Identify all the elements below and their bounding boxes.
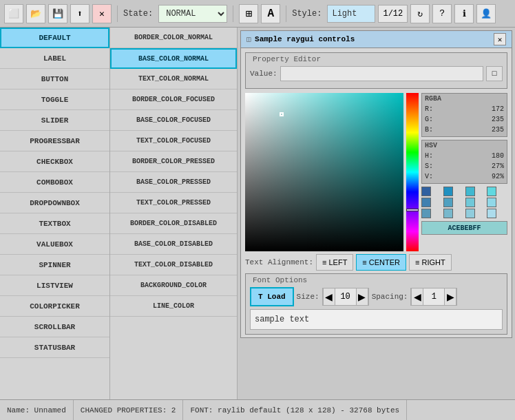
size-inc-btn[interactable]: ▶ <box>356 288 368 306</box>
s-value: 27% <box>492 161 504 171</box>
new-btn[interactable]: ⬜ <box>4 4 23 23</box>
h-value: 180 <box>492 151 504 161</box>
load-icon: T <box>258 293 267 301</box>
sidebar-item-combobox[interactable]: COMBOBOX <box>0 172 109 193</box>
close-button[interactable]: ✕ <box>494 33 506 45</box>
sidebar-item-listview[interactable]: LISTVIEW <box>0 275 109 296</box>
sidebar-item-button[interactable]: BUTTON <box>0 69 109 90</box>
b-row: B: 235 <box>425 125 504 135</box>
text-btn[interactable]: A <box>261 4 280 23</box>
middle-item-base_color_focused[interactable]: BASE_COLOR_FOCUSED <box>110 110 237 131</box>
middle-item-border_color_focused[interactable]: BORDER_COLOR_FOCUSED <box>110 90 237 110</box>
middle-item-border_color_normal[interactable]: BORDER_COLOR_NORMAL <box>110 28 237 48</box>
user-btn[interactable]: 👤 <box>476 4 496 23</box>
style-counter: 1/12 <box>378 5 408 23</box>
middle-item-border_color_pressed[interactable]: BORDER_COLOR_PRESSED <box>110 151 237 172</box>
swatch-4[interactable] <box>421 198 431 207</box>
open-btn[interactable]: 📂 <box>26 4 45 23</box>
middle-item-border_color_disabled[interactable]: BORDER_COLOR_DISABLED <box>110 213 237 234</box>
middle-item-text_color_normal[interactable]: TEXT_COLOR_NORMAL <box>110 69 237 90</box>
align-left-btn[interactable]: ≡ LEFT <box>316 254 353 271</box>
swatch-3[interactable] <box>487 187 496 196</box>
sidebar-item-progressbar[interactable]: PROGRESSBAR <box>0 131 109 151</box>
sidebar-item-default[interactable]: DEFAULT <box>0 28 109 48</box>
style-input[interactable] <box>327 5 375 23</box>
sidebar-item-statusbar[interactable]: STATUSBAR <box>0 337 109 358</box>
size-label: Size: <box>297 293 319 301</box>
swatch-6[interactable] <box>465 198 475 207</box>
info-btn[interactable]: ℹ <box>454 4 474 23</box>
alignment-row: Text Alignment: ≡ LEFT ≡ CENTER ≡ RIGHT <box>245 254 507 271</box>
hue-cursor <box>406 209 419 211</box>
swatch-1[interactable] <box>443 187 453 196</box>
middle-item-background_color[interactable]: BACKGROUND_COLOR <box>110 275 237 296</box>
toolbar: ⬜ 📂 💾 ⬆ ✕ State: NORMAL FOCUSED PRESSED … <box>0 0 515 28</box>
right-label: RIGHT <box>421 258 445 266</box>
g-row: G: 235 <box>425 114 504 125</box>
middle-item-line_color[interactable]: LINE_COLOR <box>110 296 237 317</box>
value-label: Value: <box>250 70 277 78</box>
help-btn[interactable]: ? <box>432 4 452 23</box>
load-font-btn[interactable]: T Load <box>250 287 294 306</box>
middle-item-base_color_pressed[interactable]: BASE_COLOR_PRESSED <box>110 172 237 193</box>
swatch-2[interactable] <box>465 187 475 196</box>
sidebar-item-checkbox[interactable]: CHECKBOX <box>0 151 109 172</box>
value-input[interactable] <box>280 66 483 81</box>
middle-item-text_color_disabled[interactable]: TEXT_COLOR_DISABLED <box>110 255 237 275</box>
sidebar-item-toggle[interactable]: TOGGLE <box>0 90 109 110</box>
middle-item-text_color_pressed[interactable]: TEXT_COLOR_PRESSED <box>110 193 237 213</box>
align-center-btn[interactable]: ≡ CENTER <box>356 254 406 271</box>
sidebar-item-dropdownbox[interactable]: DROPDOWNBOX <box>0 193 109 213</box>
spacing-dec-btn[interactable]: ◀ <box>411 288 423 306</box>
left-label: LEFT <box>328 258 347 266</box>
state-dropdown[interactable]: NORMAL FOCUSED PRESSED DISABLED <box>158 5 227 23</box>
swatch-5[interactable] <box>443 198 453 207</box>
load-label: Load <box>267 293 285 301</box>
sidebar-item-scrollbar[interactable]: SCROLLBAR <box>0 317 109 337</box>
value-btn[interactable]: □ <box>486 66 503 81</box>
color-swatches <box>421 187 507 218</box>
size-dec-btn[interactable]: ◀ <box>323 288 335 306</box>
cut-btn[interactable]: ✕ <box>92 4 112 23</box>
hex-input[interactable] <box>421 221 507 235</box>
sidebar-item-textbox[interactable]: TEXTBOX <box>0 213 109 234</box>
font-row: T Load Size: ◀ 10 ▶ Spacing: ◀ 1 ▶ <box>250 287 503 306</box>
color-square[interactable] <box>245 93 403 251</box>
swatch-8[interactable] <box>421 209 431 218</box>
sidebar-item-slider[interactable]: SLIDER <box>0 110 109 131</box>
export-btn[interactable]: ⬆ <box>70 4 90 23</box>
sample-text-input[interactable] <box>250 309 503 330</box>
color-picker-area: RGBA R: 172 G: 235 B: 235 <box>245 93 507 251</box>
sample-window-titlebar: ◫ Sample raygui controls ✕ <box>241 31 512 48</box>
v-label: V: <box>425 171 433 182</box>
sidebar-item-colorpicker[interactable]: COLORPICKER <box>0 296 109 317</box>
separator-2 <box>233 6 233 22</box>
separator-3 <box>286 6 286 22</box>
swatch-0[interactable] <box>421 187 431 196</box>
spacing-inc-btn[interactable]: ▶ <box>444 288 456 306</box>
reload-btn[interactable]: ↻ <box>410 4 430 23</box>
save-btn[interactable]: 💾 <box>48 4 67 23</box>
sample-window: ◫ Sample raygui controls ✕ Property Edit… <box>240 30 512 338</box>
swatch-10[interactable] <box>465 209 475 218</box>
b-value: 235 <box>492 125 504 135</box>
middle-item-base_color_normal[interactable]: BASE_COLOR_NORMAL <box>110 48 237 69</box>
hue-slider[interactable] <box>406 93 419 251</box>
center-icon: ≡ <box>362 258 366 266</box>
sidebar-item-label[interactable]: LABEL <box>0 48 109 69</box>
property-editor-group: Property Editor Value: □ <box>245 52 507 89</box>
swatch-9[interactable] <box>443 209 453 218</box>
swatch-7[interactable] <box>487 198 496 207</box>
h-label: H: <box>425 151 433 161</box>
grid-btn[interactable]: ⊞ <box>239 4 258 23</box>
swatch-11[interactable] <box>487 209 496 218</box>
middle-item-base_color_disabled[interactable]: BASE_COLOR_DISABLED <box>110 234 237 255</box>
sidebar-item-valuebox[interactable]: VALUEBOX <box>0 234 109 255</box>
middle-item-text_color_focused[interactable]: TEXT_COLOR_FOCUSED <box>110 131 237 151</box>
center-label: CENTER <box>369 258 400 266</box>
align-right-btn[interactable]: ≡ RIGHT <box>409 254 452 271</box>
hsv-label: HSV <box>425 142 504 149</box>
sidebar-item-spinner[interactable]: SPINNER <box>0 255 109 275</box>
alignment-label: Text Alignment: <box>245 258 313 266</box>
color-gradient-bg <box>245 93 403 251</box>
